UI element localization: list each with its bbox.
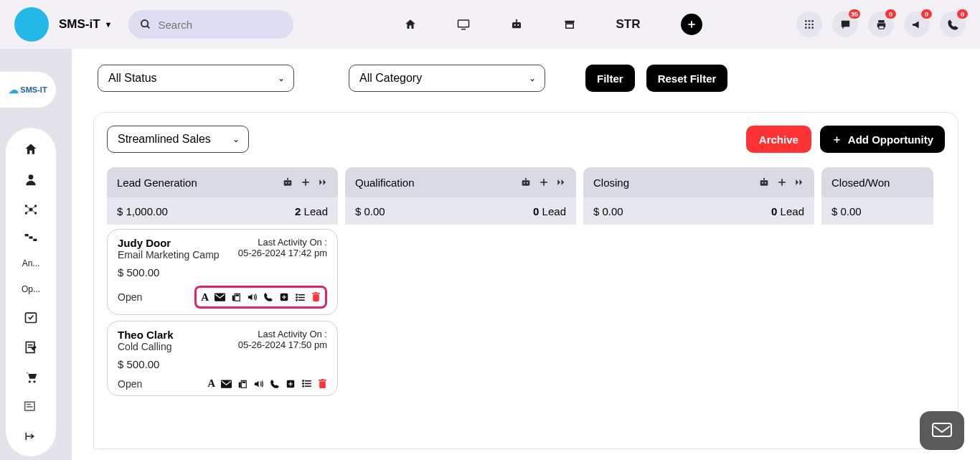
header: SMS-iT ▼ STR 35 — [0, 0, 980, 49]
sidebar-news-icon[interactable] — [24, 400, 38, 412]
sidebar-network-icon[interactable] — [24, 202, 38, 217]
sound-icon[interactable] — [253, 379, 264, 389]
support-widget[interactable] — [920, 411, 964, 450]
add-card-icon[interactable] — [777, 177, 787, 187]
str-link[interactable]: STR — [616, 17, 641, 32]
kanban-column: Lead Generation $ 1,000.00 2 Lead Judy D… — [107, 167, 338, 396]
svg-rect-21 — [878, 20, 885, 23]
column-amount: $ 0.00 — [355, 205, 385, 217]
pipeline-select[interactable]: Streamlined Sales ⌄ — [107, 126, 249, 153]
column-amount: $ 1,000.00 — [117, 205, 168, 217]
plus-icon: ＋ — [831, 133, 842, 146]
sidebar-pipeline-icon[interactable] — [24, 233, 38, 243]
search-input[interactable] — [159, 19, 282, 31]
announce-icon[interactable]: 0 — [904, 11, 930, 37]
sidebar-home-icon[interactable] — [24, 142, 38, 156]
avatar[interactable] — [14, 7, 49, 42]
search-input-wrap[interactable] — [128, 10, 293, 39]
add-opportunity-button[interactable]: ＋ Add Opportunity — [820, 126, 945, 153]
svg-point-49 — [286, 182, 287, 184]
svg-rect-68 — [221, 380, 232, 388]
chevron-down-icon: ⌄ — [529, 73, 536, 83]
sound-icon[interactable] — [247, 292, 258, 302]
robot-icon[interactable] — [510, 19, 523, 30]
sms-logo-badge[interactable]: ☁SMS-IT — [0, 72, 56, 108]
opportunity-card[interactable]: Judy Door Email Marketing Camp Last Acti… — [107, 229, 338, 315]
card-actions: A — [207, 377, 327, 390]
call-icon[interactable] — [263, 292, 273, 302]
column-title: Closed/Won — [831, 177, 923, 189]
monitor-icon[interactable] — [457, 19, 470, 30]
card-name: Judy Door — [118, 237, 220, 249]
email-icon[interactable] — [215, 293, 225, 301]
sidebar-logout-icon[interactable] — [24, 431, 37, 442]
brand-dropdown[interactable]: SMS-iT ▼ — [59, 17, 113, 32]
expand-icon[interactable] — [556, 178, 566, 187]
add-card-icon[interactable] — [301, 177, 311, 187]
category-select[interactable]: All Category ⌄ — [349, 65, 545, 92]
apps-grid-icon[interactable] — [796, 11, 822, 37]
sidebar-item-opportunities[interactable]: Op... — [22, 284, 40, 294]
add-icon[interactable] — [286, 379, 296, 389]
svg-point-52 — [287, 178, 288, 179]
svg-rect-55 — [215, 293, 225, 301]
sidebar-notes-icon[interactable] — [24, 340, 38, 355]
sidebar-outer: ☁SMS-IT An... Op... — [0, 49, 72, 460]
font-icon[interactable]: A — [201, 291, 209, 304]
expand-icon[interactable] — [794, 178, 804, 187]
archive-button[interactable]: Archive — [746, 126, 811, 153]
robot-icon[interactable] — [282, 177, 293, 187]
list-icon[interactable] — [301, 379, 312, 388]
call-icon[interactable] — [270, 379, 280, 389]
sidebar-calendar-icon[interactable] — [24, 310, 38, 324]
phone-icon[interactable]: 0 — [940, 11, 966, 37]
robot-icon[interactable] — [520, 177, 532, 187]
svg-rect-79 — [319, 380, 326, 381]
font-icon[interactable]: A — [207, 377, 215, 390]
column-amount: $ 0.00 — [593, 205, 623, 217]
column-header: Closing — [583, 167, 814, 197]
brand-label: SMS-iT — [59, 17, 100, 32]
sidebar-cart-icon[interactable] — [24, 370, 38, 385]
expand-icon[interactable] — [318, 178, 328, 187]
svg-rect-48 — [284, 180, 292, 185]
fax-icon[interactable] — [231, 292, 241, 302]
delete-icon[interactable] — [311, 292, 321, 302]
opportunity-card[interactable]: Theo Clark Cold Calling Last Activity On… — [107, 321, 338, 396]
print-badge: 0 — [885, 9, 896, 19]
svg-rect-23 — [878, 25, 883, 28]
chevron-down-icon: ⌄ — [278, 73, 285, 83]
svg-line-33 — [31, 210, 36, 213]
reset-filter-button[interactable]: Reset Filter — [646, 65, 728, 92]
svg-line-1 — [147, 26, 149, 28]
filter-button[interactable]: Filter — [585, 65, 635, 92]
add-opportunity-label: Add Opportunity — [848, 133, 933, 146]
robot-icon[interactable] — [758, 177, 770, 187]
svg-point-18 — [805, 27, 807, 29]
svg-point-42 — [33, 380, 35, 382]
main-content: All Status ⌄ All Category ⌄ Filter Reset… — [72, 49, 980, 460]
list-icon[interactable] — [295, 293, 306, 302]
store-icon[interactable] — [563, 19, 576, 30]
card-activity: Last Activity On : 05-26-2024 17:50 pm — [238, 329, 327, 352]
add-icon[interactable] — [279, 292, 289, 302]
sidebar-item-analytics[interactable]: An... — [22, 258, 40, 268]
chat-icon[interactable]: 35 — [832, 11, 858, 37]
svg-point-82 — [524, 182, 525, 184]
email-icon[interactable] — [221, 380, 232, 388]
add-button[interactable] — [681, 14, 702, 35]
print-icon[interactable]: 0 — [868, 11, 894, 37]
svg-point-92 — [763, 178, 765, 179]
sidebar-user-icon[interactable] — [24, 172, 38, 187]
svg-point-16 — [809, 24, 811, 26]
svg-rect-36 — [33, 239, 37, 241]
delete-icon[interactable] — [318, 379, 327, 389]
svg-rect-58 — [235, 295, 239, 296]
status-select[interactable]: All Status ⌄ — [98, 65, 294, 92]
column-summary: $ 0.00 0 Lead — [345, 197, 576, 225]
add-card-icon[interactable] — [539, 177, 549, 187]
home-icon[interactable] — [404, 18, 417, 31]
svg-rect-69 — [239, 382, 241, 388]
svg-point-83 — [527, 182, 528, 184]
fax-icon[interactable] — [237, 379, 248, 389]
